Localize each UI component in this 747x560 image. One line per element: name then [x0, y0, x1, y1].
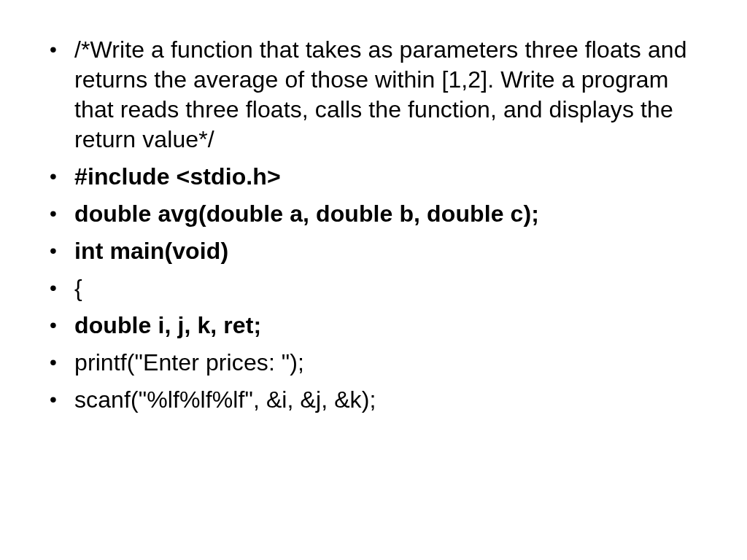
bullet-text: { — [74, 275, 82, 301]
slide-body: /*Write a function that takes as paramet… — [0, 0, 747, 560]
bullet-text: #include <stdio.h> — [74, 163, 281, 190]
list-item: double i, j, k, ret; — [44, 311, 703, 341]
list-item: scanf("%lf%lf%lf", &i, &j, &k); — [44, 385, 703, 415]
bullet-text: int main(void) — [74, 238, 228, 264]
bullet-text: double i, j, k, ret; — [74, 312, 261, 338]
list-item: double avg(double a, double b, double c)… — [44, 199, 703, 229]
list-item: printf("Enter prices: "); — [44, 348, 703, 378]
bullet-text: scanf("%lf%lf%lf", &i, &j, &k); — [74, 386, 376, 413]
list-item: int main(void) — [44, 236, 703, 266]
bullet-list: /*Write a function that takes as paramet… — [44, 35, 703, 414]
list-item: #include <stdio.h> — [44, 162, 703, 192]
bullet-text: double avg(double a, double b, double c)… — [74, 201, 539, 227]
list-item: { — [44, 273, 703, 303]
bullet-text: /*Write a function that takes as paramet… — [74, 36, 687, 152]
bullet-text: printf("Enter prices: "); — [74, 349, 304, 376]
list-item: /*Write a function that takes as paramet… — [44, 35, 703, 155]
